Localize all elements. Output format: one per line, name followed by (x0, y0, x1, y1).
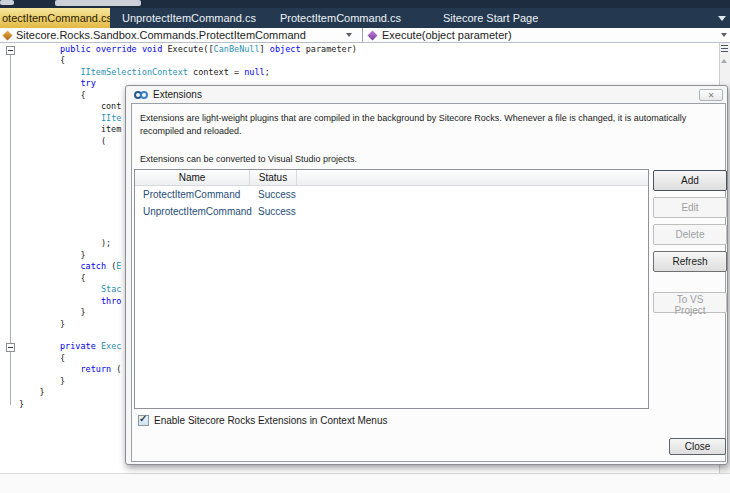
add-button[interactable]: Add (653, 170, 727, 191)
members-dropdown[interactable]: Execute(object parameter) (364, 28, 730, 42)
collapse-region-icon[interactable] (6, 343, 15, 352)
dialog-title: Extensions (153, 89, 202, 100)
cell-name: UnprotectItemCommand (135, 203, 250, 220)
splitter-grip-icon[interactable] (721, 45, 728, 53)
edit-button: Edit (653, 197, 727, 218)
code-line: IItemSelectionContext context = null; (19, 67, 357, 78)
dialog-description: Extensions are light-weight plugins that… (140, 112, 718, 138)
toolbar-fragment (55, 0, 141, 6)
column-header-name[interactable]: Name (135, 170, 250, 185)
toolbar-fragment (0, 0, 14, 5)
dialog-description-secondary: Extensions can be converted to Visual St… (140, 153, 718, 166)
toolbar-remnant (0, 0, 730, 8)
editor-navigation-bar: Sitecore.Rocks.Sandbox.Commands.ProtectI… (0, 28, 730, 43)
list-rows: ProtectItemCommandSuccessUnprotectItemCo… (135, 186, 648, 220)
to-vs-project-button: To VS Project (653, 292, 727, 313)
tab-protectitemcommand-cs[interactable]: ProtectItemCommand.cs (268, 12, 413, 24)
refresh-button[interactable]: Refresh (653, 251, 727, 272)
fold-region-line (10, 55, 11, 405)
cell-status: Success (250, 203, 296, 220)
tab-label: otectItemCommand.cs (2, 12, 110, 24)
cell-name: ProtectItemCommand (135, 186, 250, 203)
method-icon (368, 30, 378, 40)
inactive-tabs: UnprotectItemCommand.csProtectItemComman… (110, 8, 550, 28)
extensions-list[interactable]: Name Status ProtectItemCommandSuccessUnp… (134, 169, 649, 409)
close-button[interactable]: Close (669, 438, 726, 455)
collapse-region-icon[interactable] (6, 46, 15, 55)
chevron-down-icon[interactable] (718, 16, 726, 21)
tab-sitecore-start-page[interactable]: Sitecore Start Page (431, 12, 550, 24)
extensions-dialog: Extensions ✕ Extensions are light-weight… (125, 85, 728, 465)
code-line: { (19, 55, 357, 66)
column-header-status[interactable]: Status (250, 170, 297, 185)
code-line: public override void Execute([CanBeNull]… (19, 44, 357, 55)
tab-protectitemcommand-active[interactable]: otectItemCommand.cs ✕ (0, 8, 110, 28)
table-row[interactable]: ProtectItemCommandSuccess (135, 186, 648, 203)
chevron-down-icon[interactable] (346, 33, 352, 37)
dialog-content-panel: Extensions are light-weight plugins that… (131, 103, 726, 462)
types-dropdown-value: Sitecore.Rocks.Sandbox.Commands.ProtectI… (16, 29, 306, 41)
chevron-down-icon[interactable] (721, 33, 727, 37)
outlining-margin (0, 43, 18, 473)
class-icon (3, 30, 13, 40)
scroll-up-icon[interactable] (721, 59, 727, 63)
document-tab-bar: otectItemCommand.cs ✕ UnprotectItemComma… (0, 8, 730, 28)
table-row[interactable]: UnprotectItemCommandSuccess (135, 203, 648, 220)
close-icon[interactable]: ✕ (699, 89, 723, 101)
checkmark-icon: ✓ (139, 413, 147, 424)
cell-status: Success (250, 186, 296, 203)
enable-extensions-checkbox-row[interactable]: ✓ Enable Sitecore Rocks Extensions in Co… (138, 414, 387, 427)
dialog-titlebar[interactable]: Extensions ✕ (126, 86, 727, 103)
sitecore-rocks-icon (134, 91, 148, 99)
members-dropdown-value: Execute(object parameter) (382, 29, 512, 41)
checkbox-icon[interactable]: ✓ (138, 415, 149, 426)
tab-unprotectitemcommand-cs[interactable]: UnprotectItemCommand.cs (110, 12, 268, 24)
checkbox-label: Enable Sitecore Rocks Extensions in Cont… (154, 415, 387, 426)
editor-bottom-strip (0, 473, 730, 493)
delete-button: Delete (653, 224, 727, 245)
list-header: Name Status (135, 170, 648, 186)
types-dropdown[interactable]: Sitecore.Rocks.Sandbox.Commands.ProtectI… (0, 28, 363, 42)
